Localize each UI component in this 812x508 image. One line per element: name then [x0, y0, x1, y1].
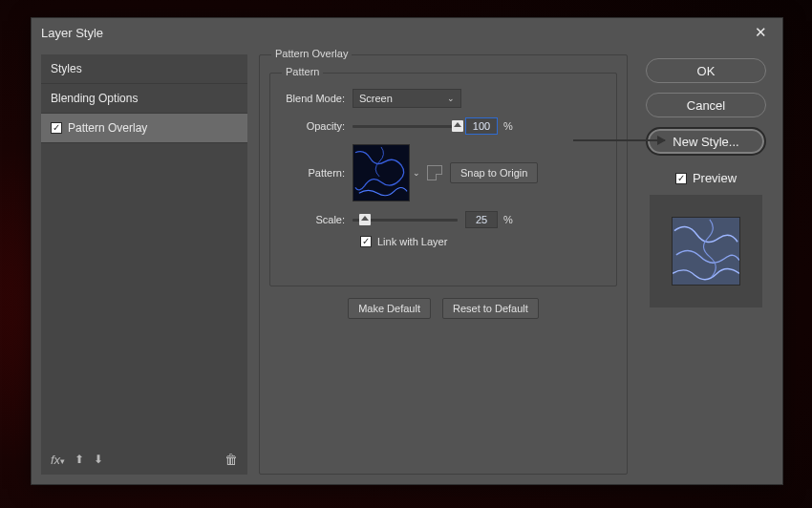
- default-buttons-row: Make Default Reset to Default: [269, 298, 617, 319]
- action-panel: OK Cancel New Style... ✓ Preview: [639, 54, 773, 475]
- group-title: Pattern Overlay: [271, 48, 352, 59]
- link-with-layer-label: Link with Layer: [377, 236, 447, 247]
- pattern-picker-caret-icon[interactable]: ⌄: [412, 168, 421, 178]
- styles-header[interactable]: Styles: [41, 54, 247, 84]
- scale-unit: %: [503, 214, 513, 225]
- ok-button[interactable]: OK: [646, 58, 766, 83]
- link-with-layer-row: ✓ Link with Layer: [360, 236, 605, 247]
- pattern-subtitle: Pattern: [282, 66, 323, 77]
- annotation-arrow-icon: [573, 139, 665, 141]
- scale-label: Scale:: [282, 214, 353, 225]
- scale-slider[interactable]: [353, 219, 458, 222]
- opacity-slider[interactable]: [353, 125, 458, 128]
- checkbox-icon[interactable]: ✓: [360, 236, 372, 247]
- pattern-overlay-item[interactable]: ✓ Pattern Overlay: [41, 114, 247, 143]
- scale-input[interactable]: 25: [465, 211, 498, 228]
- layer-style-dialog: Layer Style ✕ Styles Blending Options ✓ …: [31, 17, 783, 485]
- preview-toggle-row: ✓ Preview: [675, 171, 737, 185]
- blend-mode-select[interactable]: Screen ⌄: [353, 89, 461, 108]
- blend-mode-row: Blend Mode: Screen ⌄: [282, 89, 605, 108]
- slider-thumb-icon[interactable]: [452, 120, 463, 132]
- pattern-row: Pattern: ⌄ Snap to Origin: [282, 144, 605, 201]
- checkbox-icon[interactable]: ✓: [675, 173, 687, 184]
- reset-to-default-button[interactable]: Reset to Default: [442, 298, 539, 319]
- pattern-label: Pattern:: [282, 167, 353, 179]
- fx-icon[interactable]: fx▾: [51, 453, 65, 467]
- pattern-group: Pattern Blend Mode: Screen ⌄ Opacity:: [269, 73, 617, 286]
- opacity-input[interactable]: 100: [465, 117, 498, 135]
- blending-options-item[interactable]: Blending Options: [41, 84, 247, 114]
- preview-label: Preview: [693, 171, 737, 185]
- chevron-down-icon: ⌄: [447, 94, 455, 103]
- cancel-button[interactable]: Cancel: [646, 93, 766, 117]
- dialog-body: Styles Blending Options ✓ Pattern Overla…: [32, 47, 782, 484]
- preview-box: [650, 195, 762, 307]
- dialog-title: Layer Style: [41, 26, 103, 40]
- arrow-down-icon[interactable]: ⬇: [94, 453, 103, 466]
- blend-mode-label: Blend Mode:: [282, 93, 353, 104]
- opacity-label: Opacity:: [282, 120, 353, 132]
- effects-footer: fx▾ ⬆ ⬇ 🗑: [41, 444, 247, 475]
- close-icon[interactable]: ✕: [749, 22, 773, 43]
- slider-thumb-icon[interactable]: [359, 214, 371, 225]
- opacity-unit: %: [503, 120, 513, 132]
- new-pattern-icon[interactable]: [427, 165, 442, 180]
- opacity-row: Opacity: 100 %: [282, 117, 605, 135]
- arrow-up-icon[interactable]: ⬆: [75, 453, 84, 466]
- pattern-swatch[interactable]: [353, 144, 410, 201]
- preview-thumbnail: [672, 217, 740, 286]
- blending-options-label: Blending Options: [51, 92, 138, 105]
- checkbox-icon[interactable]: ✓: [51, 122, 62, 134]
- pattern-overlay-group: Pattern Overlay Pattern Blend Mode: Scre…: [259, 54, 628, 475]
- pattern-overlay-label: Pattern Overlay: [68, 121, 147, 135]
- settings-panel: Pattern Overlay Pattern Blend Mode: Scre…: [259, 54, 628, 475]
- make-default-button[interactable]: Make Default: [348, 298, 431, 319]
- scale-row: Scale: 25 %: [282, 211, 605, 228]
- blend-mode-value: Screen: [359, 93, 393, 104]
- trash-icon[interactable]: 🗑: [224, 452, 238, 467]
- effects-list: Styles Blending Options ✓ Pattern Overla…: [41, 54, 247, 475]
- snap-to-origin-button[interactable]: Snap to Origin: [450, 162, 538, 183]
- titlebar: Layer Style ✕: [32, 18, 782, 47]
